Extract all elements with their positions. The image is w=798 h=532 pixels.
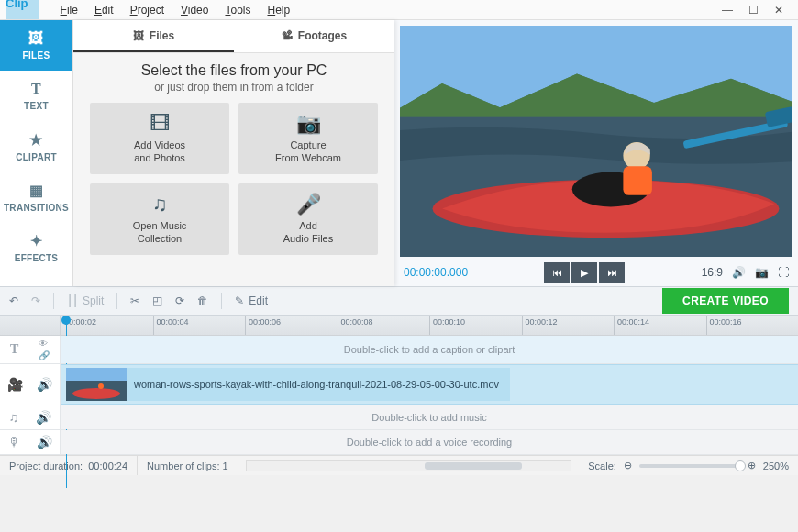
transport-controls: ⏮ ▶ ⏭ [544, 262, 625, 283]
clip-filename: woman-rows-sports-kayak-with-child-along… [134, 379, 499, 390]
menu-help[interactable]: Help [259, 4, 298, 17]
caption-lane[interactable]: Double-click to add a caption or clipart [61, 336, 798, 363]
ruler-tick: 00:00:04 [153, 316, 246, 335]
svg-point-11 [98, 383, 104, 389]
fullscreen-icon[interactable]: ⛶ [778, 266, 789, 279]
sidetab-transitions[interactable]: ▦ TRANSITIONS [0, 172, 72, 222]
edit-icon: ✎ [235, 294, 244, 307]
sidetab-label: TRANSITIONS [4, 203, 69, 213]
text-layer-icon: T [10, 342, 18, 357]
slider-knob[interactable] [735, 460, 746, 471]
ruler-tick: 00:00:02 [61, 316, 153, 335]
menu-file[interactable]: File [52, 4, 86, 17]
edit-button[interactable]: ✎Edit [235, 294, 268, 307]
sidetab-effects[interactable]: ✦ EFFECTS [0, 222, 72, 272]
maximize-button[interactable]: ☐ [745, 3, 761, 17]
crop-button[interactable]: ◰ [152, 294, 162, 307]
sidetab-label: EFFECTS [15, 253, 59, 263]
brand-part1: Clip [6, 0, 39, 19]
panel-tab-footages[interactable]: 📽 Footages [234, 20, 394, 52]
delete-button[interactable]: 🗑 [197, 294, 208, 307]
preview-viewport[interactable] [400, 26, 792, 257]
picture-icon: 🖼 [28, 30, 43, 47]
close-button[interactable]: ✕ [770, 3, 787, 17]
ruler-tick: 00:00:16 [706, 316, 799, 335]
status-duration: Project duration: 00:00:24 [0, 456, 138, 475]
tile-capture-webcam[interactable]: 📷 CaptureFrom Webcam [238, 103, 378, 174]
sidetab-text[interactable]: T TEXT [0, 71, 72, 121]
sidetab-label: CLIPART [16, 152, 57, 162]
svg-rect-5 [623, 166, 652, 195]
rotate-button[interactable]: ⟳ [175, 294, 184, 307]
video-clip[interactable]: woman-rows-sports-kayak-with-child-along… [66, 368, 510, 401]
tile-label: CaptureFrom Webcam [275, 139, 341, 165]
microphone-icon: 🎤 [296, 193, 321, 216]
sidetab-files[interactable]: 🖼 FILES [0, 20, 72, 71]
tile-add-audio[interactable]: 🎤 AddAudio Files [238, 183, 378, 255]
minimize-button[interactable]: — [719, 3, 736, 17]
timeline-ruler[interactable]: 00:00:02 00:00:04 00:00:06 00:00:08 00:0… [0, 316, 798, 336]
ruler-gutter [0, 316, 61, 335]
tile-open-music[interactable]: ♫ Open MusicCollection [90, 183, 229, 255]
panel-heading: Select the files from your PC [73, 53, 394, 81]
scrollbar-thumb[interactable] [425, 462, 522, 470]
volume-icon[interactable]: 🔊 [732, 266, 746, 279]
menu-video[interactable]: Video [172, 4, 216, 17]
redo-button[interactable]: ↷ [31, 294, 40, 307]
mute-icon[interactable]: 🔊 [37, 377, 52, 392]
menu-tools[interactable]: Tools [216, 4, 259, 17]
status-value: 1 [223, 460, 228, 471]
panel-tabs: 🖼 Files 📽 Footages [73, 20, 394, 53]
sidetab-clipart[interactable]: ★ CLIPART [0, 121, 72, 172]
scale-controls: Scale: ⊖ ⊕ 250% [579, 460, 798, 471]
music-lane[interactable]: Double-click to add music [61, 405, 798, 429]
play-button[interactable]: ▶ [571, 262, 597, 283]
tile-label: Add Videosand Photos [134, 139, 185, 165]
horizontal-scrollbar[interactable] [246, 460, 572, 471]
window-controls: — ☐ ✕ [719, 3, 792, 17]
panel-tab-files[interactable]: 🖼 Files [73, 20, 234, 52]
voice-track: 🎙 🔊 Double-click to add a voice recordin… [0, 430, 798, 455]
aspect-ratio-display[interactable]: 16:9 [702, 266, 723, 279]
ruler-tick: 00:00:12 [522, 316, 615, 335]
timeline-tracks: T 👁 🔗 Double-click to add a caption or c… [0, 336, 798, 455]
tile-label: AddAudio Files [283, 220, 333, 246]
menu-project[interactable]: Project [122, 4, 172, 17]
snapshot-icon[interactable]: 📷 [755, 266, 769, 279]
files-icon: 🖼 [133, 29, 144, 42]
link-icon[interactable]: 🔗 [39, 350, 50, 360]
ruler-tick: 00:00:10 [429, 316, 522, 335]
zoom-slider[interactable] [639, 464, 740, 468]
video-lane[interactable]: woman-rows-sports-kayak-with-child-along… [61, 364, 798, 405]
webcam-icon: 📷 [296, 112, 321, 136]
undo-button[interactable]: ↶ [9, 294, 18, 307]
mute-icon[interactable]: 🔊 [37, 435, 52, 449]
tile-add-videos-photos[interactable]: 🎞 Add Videosand Photos [90, 103, 229, 174]
create-video-button[interactable]: CREATE VIDEO [662, 288, 789, 314]
microphone-icon: 🎙 [8, 435, 21, 449]
star-icon: ★ [29, 131, 42, 149]
separator [53, 293, 54, 309]
playhead[interactable] [61, 316, 71, 325]
preview-frame-image [400, 26, 792, 257]
zoom-in-button[interactable]: ⊕ [748, 460, 756, 471]
main-area: 🖼 FILES T TEXT ★ CLIPART ▦ TRANSITIONS ✦… [0, 20, 798, 286]
separator [221, 293, 222, 309]
ruler-tick: 00:00:14 [614, 316, 706, 335]
status-clipcount: Number of clips: 1 [138, 456, 238, 475]
music-note-icon: ♫ [152, 193, 168, 216]
visibility-icon[interactable]: 👁 [39, 338, 50, 349]
svg-rect-8 [66, 368, 127, 381]
mute-icon[interactable]: 🔊 [36, 410, 51, 425]
cut-button[interactable]: ✂ [130, 294, 139, 307]
panel-tab-label: Files [150, 29, 174, 42]
split-button[interactable]: ⎮⎮Split [67, 294, 104, 307]
next-frame-button[interactable]: ⏭ [599, 262, 625, 283]
menu-edit[interactable]: Edit [86, 4, 122, 17]
split-icon: ⎮⎮ [67, 294, 78, 307]
voice-lane[interactable]: Double-click to add a voice recording [61, 430, 798, 454]
zoom-out-button[interactable]: ⊖ [624, 460, 632, 471]
tile-label: Open MusicCollection [133, 220, 187, 246]
ruler-tick: 00:00:08 [338, 316, 430, 335]
prev-frame-button[interactable]: ⏮ [544, 262, 570, 283]
